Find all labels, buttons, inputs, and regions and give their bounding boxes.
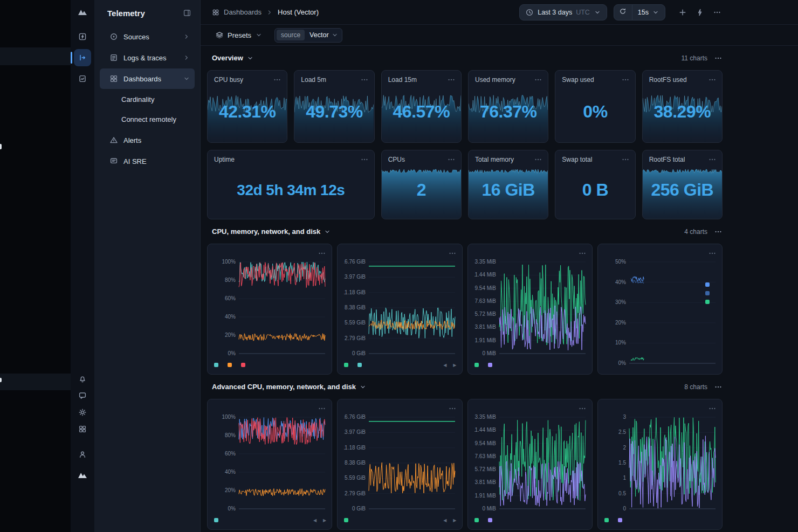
rail-reports-icon[interactable]	[74, 70, 91, 87]
legend-item[interactable]	[214, 363, 221, 367]
svg-text:0 MiB: 0 MiB	[482, 350, 496, 356]
legend-item[interactable]	[241, 363, 248, 367]
card-menu-icon[interactable]	[534, 75, 542, 84]
sidebar-item-dashboards[interactable]: Dashboards	[100, 68, 195, 89]
card-menu-icon[interactable]	[708, 249, 717, 258]
more-menu-button[interactable]	[712, 7, 723, 18]
refresh-interval-select[interactable]: 15s	[632, 5, 665, 20]
stat-card-load-15m[interactable]: Load 15m46.57%	[381, 70, 462, 143]
pager-next-icon[interactable]: ▶	[453, 518, 456, 523]
sidebar-subitem-cardinality[interactable]: Cardinality	[94, 89, 200, 109]
legend-item[interactable]	[705, 300, 712, 304]
collapse-sidebar-button[interactable]	[182, 8, 192, 18]
card-menu-icon[interactable]	[448, 404, 457, 413]
card-menu-icon[interactable]	[534, 155, 542, 164]
user-account-icon[interactable]	[75, 447, 90, 461]
breadcrumb-root[interactable]: Dashboards	[224, 8, 262, 16]
refresh-button[interactable]	[614, 5, 632, 20]
feedback-icon[interactable]	[75, 389, 90, 403]
pager-next-icon[interactable]: ▶	[323, 518, 326, 523]
section-menu-button[interactable]	[714, 54, 723, 63]
stat-card-swap-total[interactable]: Swap total0 B	[555, 150, 635, 219]
lightning-action-button[interactable]	[694, 7, 705, 18]
legend-item[interactable]	[474, 363, 481, 367]
org-logo-icon[interactable]	[77, 469, 88, 480]
card-menu-icon[interactable]	[448, 249, 457, 258]
sidebar-item-sources[interactable]: Sources	[100, 26, 195, 47]
legend-item[interactable]	[357, 363, 364, 367]
card-menu-icon[interactable]	[360, 155, 369, 164]
layers-icon	[215, 31, 224, 39]
pager-prev-icon[interactable]: ◀	[443, 518, 446, 523]
rail-events-icon[interactable]	[74, 28, 91, 45]
section-menu-button[interactable]	[714, 383, 723, 391]
card-menu-icon[interactable]	[318, 249, 326, 258]
stat-card-uptime[interactable]: Uptime32d 5h 34m 12s	[207, 150, 375, 219]
legend-item[interactable]	[344, 363, 351, 367]
sidebar-item-ai-sre[interactable]: AI SRE	[100, 151, 195, 171]
svg-text:16.76 GiB: 16.76 GiB	[344, 259, 366, 265]
card-menu-icon[interactable]	[360, 75, 369, 84]
sidebar-subitem-connect-remotely[interactable]: Connect remotely	[94, 109, 200, 129]
legend-item[interactable]	[604, 518, 611, 522]
chart-card-network-traffic-per-second[interactable]: 0 MiB1.91 MiB3.81 MiB5.72 MiB7.63 MiB9.5…	[467, 244, 593, 375]
section-toggle[interactable]: CPU, memory, network, and disk	[207, 227, 331, 236]
stat-card-total-memory[interactable]: Total memory16 GiB	[468, 150, 548, 219]
chart-card-disk-space-used[interactable]: 0%10%20%30%40%50%	[597, 244, 723, 375]
chart-legend	[214, 360, 326, 370]
card-menu-icon[interactable]	[447, 155, 456, 164]
card-menu-icon[interactable]	[708, 404, 717, 413]
card-menu-icon[interactable]	[273, 75, 281, 84]
section-toggle[interactable]: Advanced CPU, memory, network, and disk	[207, 383, 367, 391]
legend-item[interactable]	[474, 518, 481, 522]
chart-card-cpu[interactable]: 0%20%40%60%80%100%	[207, 244, 332, 375]
svg-text:5.72 MiB: 5.72 MiB	[474, 311, 496, 317]
card-menu-icon[interactable]	[708, 155, 717, 164]
legend-item[interactable]	[618, 518, 625, 522]
legend-item[interactable]	[488, 518, 495, 522]
legend-item[interactable]	[705, 291, 712, 295]
pager-next-icon[interactable]: ▶	[453, 363, 456, 368]
add-panel-button[interactable]	[677, 7, 688, 18]
stat-card-swap-used[interactable]: Swap used0%	[555, 70, 635, 143]
stat-card-rootfs-total[interactable]: RootFS total256 GiB	[642, 150, 723, 219]
notifications-bell-icon[interactable]	[75, 372, 90, 386]
chart-card-network-traffic-per-second[interactable]: 0 MiB1.91 MiB3.81 MiB5.72 MiB7.63 MiB9.5…	[467, 399, 593, 530]
legend-item[interactable]	[488, 363, 495, 367]
stat-card-load-5m[interactable]: Load 5m49.73%	[294, 70, 374, 143]
pager-prev-icon[interactable]: ◀	[313, 518, 317, 523]
card-menu-icon[interactable]	[708, 75, 717, 84]
card-menu-icon[interactable]	[621, 75, 630, 84]
stat-card-value: 2	[384, 164, 459, 216]
card-menu-icon[interactable]	[447, 75, 456, 84]
legend-item[interactable]	[214, 518, 221, 522]
apps-grid-icon[interactable]	[75, 422, 90, 436]
legend-item[interactable]	[705, 282, 712, 287]
legend-item[interactable]	[344, 518, 351, 522]
source-filter-tag[interactable]: source Vector	[274, 28, 342, 43]
chart-card-memory[interactable]: 0 GiB2.79 GiB5.59 GiB8.38 GiB11.18 GiB13…	[337, 244, 462, 375]
stat-card-used-memory[interactable]: Used memory76.37%	[468, 70, 548, 143]
rail-pipelines-icon[interactable]	[74, 49, 91, 66]
legend-color-swatch	[241, 363, 245, 367]
sidebar-item-logs-traces[interactable]: Logs & traces	[100, 47, 195, 68]
legend-item[interactable]	[228, 363, 235, 367]
sidebar-item-alerts[interactable]: Alerts	[100, 130, 195, 150]
app-logo-icon[interactable]	[77, 6, 88, 17]
card-menu-icon[interactable]	[578, 404, 587, 413]
card-menu-icon[interactable]	[621, 155, 630, 164]
section-menu-button[interactable]	[714, 227, 723, 236]
time-range-picker[interactable]: Last 3 days UTC	[519, 4, 607, 20]
chart-card-cpu[interactable]: 0%20%40%60%80%100%◀▶	[207, 399, 332, 530]
pager-prev-icon[interactable]: ◀	[443, 363, 446, 368]
theme-sun-icon[interactable]	[75, 405, 90, 419]
stat-card-rootfs-used[interactable]: RootFS used38.29%	[642, 70, 723, 143]
chart-card-network-traffic-errors-per-second[interactable]: 00.511.522.53	[597, 399, 723, 530]
card-menu-icon[interactable]	[578, 249, 587, 258]
stat-card-cpus[interactable]: CPUs2	[381, 150, 462, 219]
chart-card-memory[interactable]: 0 GiB2.79 GiB5.59 GiB8.38 GiB11.18 GiB13…	[337, 399, 462, 530]
presets-dropdown[interactable]: Presets	[212, 30, 266, 40]
card-menu-icon[interactable]	[318, 404, 326, 413]
stat-card-cpu-busy[interactable]: CPU busy42.31%	[207, 70, 287, 143]
section-toggle[interactable]: Overview	[207, 54, 254, 62]
